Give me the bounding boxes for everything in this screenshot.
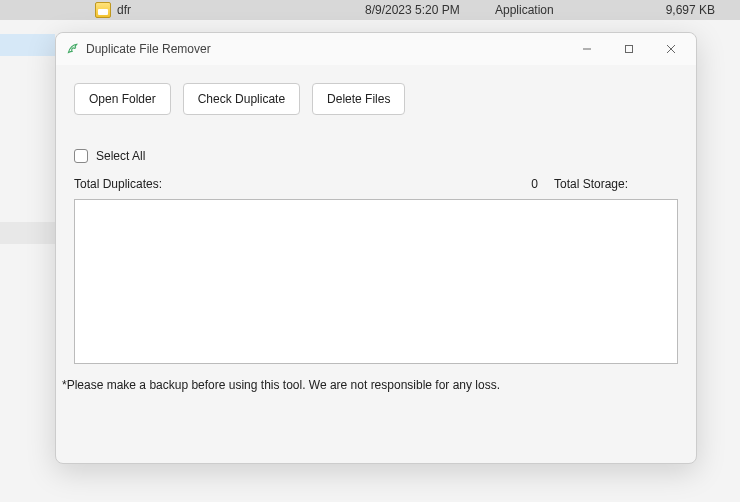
delete-files-button[interactable]: Delete Files — [312, 83, 405, 115]
stats-row: Total Duplicates: 0 Total Storage: — [56, 169, 696, 197]
total-duplicates-label: Total Duplicates: — [74, 177, 162, 191]
selection-strip — [0, 34, 55, 56]
titlebar[interactable]: Duplicate File Remover — [56, 33, 696, 65]
select-all-label: Select All — [96, 149, 145, 163]
maximize-button[interactable] — [608, 35, 650, 63]
feather-icon — [64, 41, 80, 57]
minimize-button[interactable] — [566, 35, 608, 63]
duplicates-listbox[interactable] — [74, 199, 678, 364]
file-name: dfr — [117, 3, 365, 17]
file-type: Application — [495, 3, 627, 17]
svg-rect-1 — [626, 46, 633, 53]
close-button[interactable] — [650, 35, 692, 63]
window-title: Duplicate File Remover — [86, 42, 566, 56]
app-window: Duplicate File Remover Open Folder Check… — [55, 32, 697, 464]
toolbar: Open Folder Check Duplicate Delete Files — [56, 65, 696, 115]
check-duplicate-button[interactable]: Check Duplicate — [183, 83, 300, 115]
total-storage-label: Total Storage: — [554, 177, 628, 191]
disclaimer-text: *Please make a backup before using this … — [56, 364, 696, 392]
file-size: 9,697 KB — [627, 3, 740, 17]
bg-strip — [0, 222, 55, 244]
total-duplicates-value: 0 — [531, 177, 538, 191]
explorer-file-row[interactable]: dfr 8/9/2023 5:20 PM Application 9,697 K… — [0, 0, 740, 20]
file-icon — [95, 2, 111, 18]
open-folder-button[interactable]: Open Folder — [74, 83, 171, 115]
select-all-checkbox[interactable] — [74, 149, 88, 163]
select-all-row: Select All — [56, 115, 696, 169]
window-controls — [566, 35, 692, 63]
file-date: 8/9/2023 5:20 PM — [365, 3, 495, 17]
